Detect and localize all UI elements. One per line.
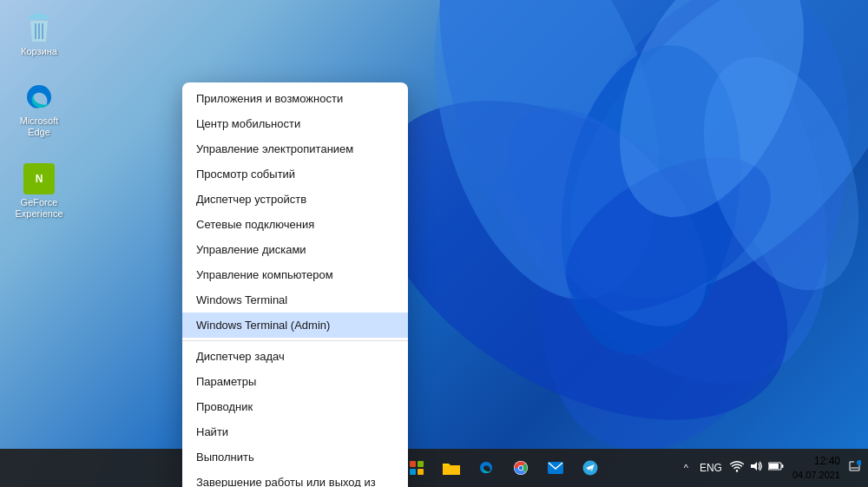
svg-point-8 bbox=[582, 0, 841, 246]
desktop: Корзина Microsoft Edge N GeForce Experie… bbox=[0, 0, 868, 487]
show-hidden-icons[interactable]: ^ bbox=[681, 461, 692, 475]
menu-separator-1 bbox=[182, 340, 408, 341]
desktop-icon-recycle-bin[interactable]: Корзина bbox=[9, 9, 69, 61]
svg-point-39 bbox=[736, 471, 738, 472]
menu-item-device-manager[interactable]: Диспетчер устройств bbox=[182, 187, 408, 212]
menu-item-mobility-center[interactable]: Центр мобильности bbox=[182, 111, 408, 136]
geforce-label: GeForce Experience bbox=[12, 197, 66, 220]
file-explorer-button[interactable] bbox=[436, 452, 467, 484]
system-clock[interactable]: 12:40 04.07.2021 bbox=[789, 453, 844, 483]
menu-item-event-viewer[interactable]: Просмотр событий bbox=[182, 161, 408, 187]
volume-icon[interactable] bbox=[749, 460, 763, 475]
menu-item-network-connections[interactable]: Сетевые подключения bbox=[182, 212, 408, 237]
svg-point-43 bbox=[857, 460, 861, 465]
menu-item-shutdown[interactable]: Завершение работы или выход из системы › bbox=[182, 470, 408, 487]
svg-point-4 bbox=[397, 0, 697, 325]
shutdown-arrow-icon: › bbox=[391, 484, 394, 487]
desktop-icon-edge[interactable]: Microsoft Edge bbox=[9, 78, 69, 141]
recycle-bin-label: Корзина bbox=[21, 46, 57, 57]
menu-item-settings[interactable]: Параметры bbox=[182, 369, 408, 394]
menu-item-power-options[interactable]: Управление электропитанием bbox=[182, 136, 408, 161]
telegram-button[interactable] bbox=[575, 452, 606, 484]
menu-item-search[interactable]: Найти bbox=[182, 419, 408, 444]
menu-item-run[interactable]: Выполнить bbox=[182, 444, 408, 470]
geforce-icon: N bbox=[23, 163, 55, 194]
svg-point-3 bbox=[510, 0, 868, 358]
taskbar: ^ ENG bbox=[0, 449, 868, 487]
edge-label: Microsoft Edge bbox=[12, 115, 66, 138]
svg-point-9 bbox=[674, 36, 868, 312]
svg-point-6 bbox=[470, 73, 744, 362]
menu-item-task-manager[interactable]: Диспетчер задач bbox=[182, 344, 408, 369]
clock-time: 12:40 bbox=[792, 455, 840, 469]
svg-rect-33 bbox=[443, 465, 460, 475]
menu-item-computer-management[interactable]: Управление компьютером bbox=[182, 262, 408, 287]
svg-rect-31 bbox=[410, 469, 416, 475]
mail-button[interactable] bbox=[540, 452, 571, 484]
svg-point-5 bbox=[538, 30, 763, 368]
svg-rect-32 bbox=[418, 469, 424, 475]
notifications-icon[interactable] bbox=[849, 460, 861, 475]
clock-date: 04.07.2021 bbox=[792, 469, 840, 481]
svg-rect-42 bbox=[781, 464, 783, 468]
desktop-icons: Корзина Microsoft Edge N GeForce Experie… bbox=[9, 9, 69, 223]
language-indicator[interactable]: ENG bbox=[697, 460, 725, 476]
svg-rect-41 bbox=[769, 464, 779, 469]
desktop-icon-geforce[interactable]: N GeForce Experience bbox=[9, 160, 69, 223]
battery-icon[interactable] bbox=[768, 461, 784, 474]
svg-point-0 bbox=[359, 0, 868, 449]
menu-item-file-explorer[interactable]: Проводник bbox=[182, 394, 408, 419]
system-tray: ^ ENG bbox=[681, 453, 861, 483]
svg-point-7 bbox=[540, 125, 796, 343]
svg-rect-30 bbox=[418, 461, 424, 467]
menu-item-disk-management[interactable]: Управление дисками bbox=[182, 237, 408, 262]
svg-point-36 bbox=[519, 466, 523, 470]
edge-icon bbox=[23, 82, 55, 113]
edge-taskbar-button[interactable] bbox=[470, 452, 502, 484]
wifi-icon[interactable] bbox=[730, 460, 744, 475]
context-menu: Приложения и возможности Центр мобильнос… bbox=[182, 82, 408, 487]
menu-item-windows-terminal-admin[interactable]: Windows Terminal (Admin) bbox=[182, 313, 408, 338]
chevron-up-icon: ^ bbox=[684, 463, 688, 473]
menu-item-windows-terminal[interactable]: Windows Terminal bbox=[182, 287, 408, 313]
svg-rect-11 bbox=[32, 14, 46, 17]
svg-point-1 bbox=[481, 0, 868, 487]
svg-rect-29 bbox=[410, 461, 416, 467]
recycle-bin-icon bbox=[23, 12, 55, 43]
menu-item-apps-features[interactable]: Приложения и возможности bbox=[182, 86, 408, 111]
chrome-button[interactable] bbox=[505, 452, 536, 484]
